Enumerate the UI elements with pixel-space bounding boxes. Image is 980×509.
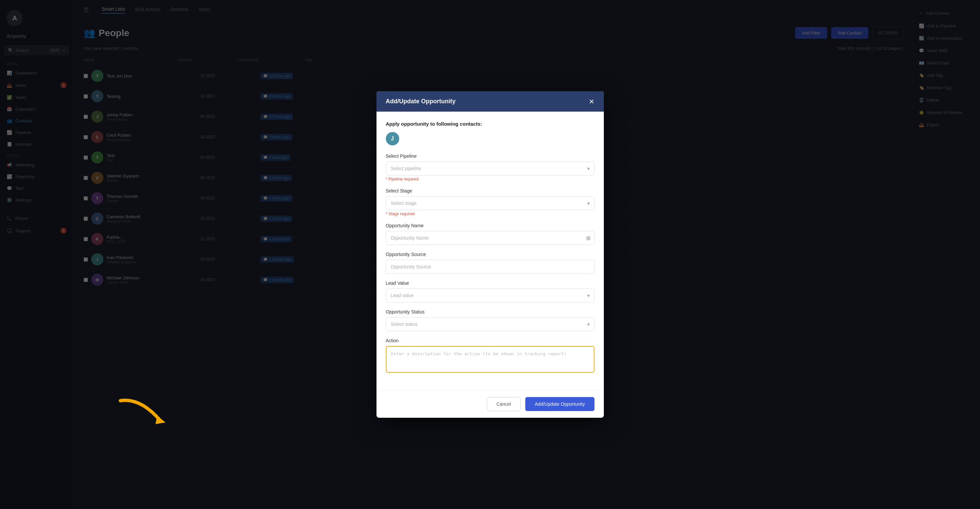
stage-label: Select Stage [386, 188, 595, 193]
opportunity-name-label: Opportunity Name [386, 223, 595, 228]
cancel-button[interactable]: Cancel [487, 397, 521, 411]
lead-value-label: Lead Value [386, 281, 595, 286]
chevron-down-icon: ▾ [587, 165, 590, 172]
action-textarea[interactable] [386, 346, 595, 373]
chevron-down-icon: ▾ [587, 200, 590, 206]
lead-value-select[interactable]: Lead value [386, 289, 595, 303]
action-field: Action [386, 338, 595, 374]
svg-marker-0 [156, 416, 165, 424]
pipeline-field: Select Pipeline Select pipeline ▾ * Pipe… [386, 154, 595, 181]
opportunity-source-input[interactable] [386, 260, 595, 274]
opportunity-status-label: Opportunity Status [386, 309, 595, 314]
pipeline-error: * Pipeline required [386, 177, 595, 181]
modal-add-update-opportunity: Add/Update Opportunity ✕ Apply opportuni… [377, 91, 604, 418]
input-icon: ⊞ [586, 235, 590, 241]
contact-chip: J [386, 132, 399, 145]
opportunity-source-label: Opportunity Source [386, 252, 595, 257]
modal-overlay: Add/Update Opportunity ✕ Apply opportuni… [0, 0, 980, 509]
chevron-down-icon: ▾ [587, 292, 590, 299]
stage-field: Select Stage Select stage ▾ * Stage requ… [386, 188, 595, 216]
stage-select[interactable]: Select stage [386, 196, 595, 210]
action-label: Action [386, 338, 595, 343]
arrow-annotation [114, 394, 181, 436]
opportunity-name-field: Opportunity Name ⊞ [386, 223, 595, 245]
modal-close-button[interactable]: ✕ [589, 98, 595, 105]
pipeline-label: Select Pipeline [386, 154, 595, 159]
stage-select-wrapper: Select stage ▾ [386, 196, 595, 210]
opportunity-name-input[interactable] [386, 231, 595, 245]
modal-footer: Cancel Add/Update Opportunity [377, 390, 604, 418]
pipeline-select-wrapper: Select pipeline ▾ [386, 162, 595, 176]
opportunity-source-field: Opportunity Source [386, 252, 595, 274]
pipeline-select[interactable]: Select pipeline [386, 162, 595, 176]
opportunity-status-field: Opportunity Status Select status ▾ [386, 309, 595, 331]
lead-value-select-wrapper: Lead value ▾ [386, 289, 595, 303]
modal-header: Add/Update Opportunity ✕ [377, 91, 604, 112]
modal-body: Apply opportunity to following contacts:… [377, 112, 604, 390]
opportunity-status-select-wrapper: Select status ▾ [386, 317, 595, 331]
submit-button[interactable]: Add/Update Opportunity [525, 397, 594, 411]
lead-value-field: Lead Value Lead value ▾ [386, 281, 595, 303]
apply-label: Apply opportunity to following contacts: [386, 121, 595, 127]
chevron-down-icon: ▾ [587, 321, 590, 328]
stage-error: * Stage required [386, 212, 595, 216]
opportunity-status-select[interactable]: Select status [386, 317, 595, 331]
modal-title: Add/Update Opportunity [386, 98, 456, 105]
